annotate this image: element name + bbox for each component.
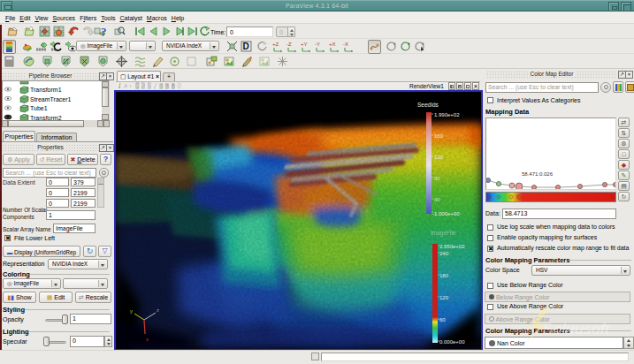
svg-text:58.471:0.026: 58.471:0.026	[522, 171, 554, 177]
svg-text:D: D	[243, 42, 249, 51]
svg-text:240: 240	[439, 251, 449, 256]
svg-text:-Z: -Z	[286, 42, 292, 47]
svg-text:2.550e+02: 2.550e+02	[439, 244, 465, 249]
svg-text:-1.000e+00: -1.000e+00	[432, 211, 460, 216]
svg-text:0.000e+00: 0.000e+00	[439, 339, 465, 345]
svg-text:80: 80	[434, 176, 440, 181]
svg-text:»: »	[130, 83, 132, 90]
svg-text:60: 60	[439, 317, 446, 322]
svg-text:x: x	[146, 337, 149, 342]
svg-text:120: 120	[434, 155, 444, 160]
svg-text:160: 160	[434, 133, 444, 139]
svg-text:+Z: +Z	[272, 42, 279, 47]
svg-text:y: y	[130, 308, 133, 314]
svg-text:+Y: +Y	[301, 42, 308, 47]
svg-text:StreamTracer1: StreamTracer1	[30, 96, 72, 102]
svg-text:Transform1: Transform1	[30, 87, 62, 93]
svg-text:-X: -X	[343, 42, 348, 47]
svg-text:180: 180	[439, 273, 449, 278]
svg-text:ImageFile: ImageFile	[431, 230, 456, 237]
svg-text:1.990e+02: 1.990e+02	[434, 112, 460, 118]
svg-text:z: z	[157, 307, 159, 313]
svg-text:120: 120	[439, 295, 449, 300]
svg-text:-Y: -Y	[315, 42, 320, 47]
svg-text:Tube1: Tube1	[30, 105, 48, 111]
svg-text:Soluusoft: Soluusoft	[543, 321, 610, 337]
svg-text:SeedIds: SeedIds	[417, 102, 439, 108]
svg-text:40: 40	[434, 197, 440, 202]
svg-text:+X: +X	[329, 42, 336, 47]
